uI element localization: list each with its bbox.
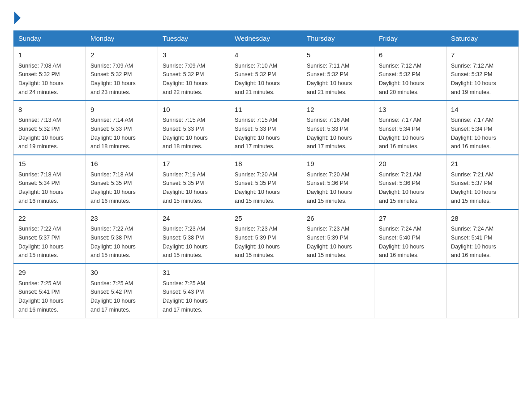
day-info: Sunrise: 7:23 AMSunset: 5:38 PMDaylight:… bbox=[163, 226, 208, 258]
calendar-table: SundayMondayTuesdayWednesdayThursdayFrid… bbox=[13, 30, 519, 318]
logo bbox=[13, 9, 21, 22]
day-info: Sunrise: 7:17 AMSunset: 5:34 PMDaylight:… bbox=[451, 117, 496, 150]
day-number: 30 bbox=[90, 268, 153, 278]
day-number: 6 bbox=[379, 50, 442, 60]
day-info: Sunrise: 7:09 AMSunset: 5:32 PMDaylight:… bbox=[90, 63, 136, 95]
day-number: 20 bbox=[379, 159, 442, 169]
day-info: Sunrise: 7:24 AMSunset: 5:41 PMDaylight:… bbox=[451, 226, 496, 258]
day-number: 19 bbox=[307, 159, 369, 169]
day-number: 5 bbox=[307, 50, 369, 60]
day-info: Sunrise: 7:24 AMSunset: 5:40 PMDaylight:… bbox=[379, 226, 424, 258]
calendar-cell: 17 Sunrise: 7:19 AMSunset: 5:35 PMDaylig… bbox=[158, 155, 230, 210]
day-number: 3 bbox=[163, 50, 225, 60]
calendar-cell: 2 Sunrise: 7:09 AMSunset: 5:32 PMDayligh… bbox=[86, 46, 158, 101]
day-number: 31 bbox=[163, 268, 225, 278]
calendar-cell: 27 Sunrise: 7:24 AMSunset: 5:40 PMDaylig… bbox=[374, 210, 446, 264]
day-info: Sunrise: 7:20 AMSunset: 5:35 PMDaylight:… bbox=[235, 171, 280, 204]
day-number: 28 bbox=[451, 214, 514, 224]
calendar-cell: 18 Sunrise: 7:20 AMSunset: 5:35 PMDaylig… bbox=[230, 155, 302, 210]
calendar-cell: 4 Sunrise: 7:10 AMSunset: 5:32 PMDayligh… bbox=[230, 46, 302, 101]
weekday-header-sunday: Sunday bbox=[14, 31, 86, 47]
calendar-cell: 5 Sunrise: 7:11 AMSunset: 5:32 PMDayligh… bbox=[302, 46, 374, 101]
weekday-header-saturday: Saturday bbox=[446, 31, 519, 47]
day-info: Sunrise: 7:23 AMSunset: 5:39 PMDaylight:… bbox=[235, 226, 280, 258]
day-number: 15 bbox=[18, 159, 81, 169]
day-number: 12 bbox=[307, 105, 369, 115]
calendar-cell: 11 Sunrise: 7:15 AMSunset: 5:33 PMDaylig… bbox=[230, 101, 302, 155]
calendar-cell: 19 Sunrise: 7:20 AMSunset: 5:36 PMDaylig… bbox=[302, 155, 374, 210]
day-number: 23 bbox=[90, 214, 153, 224]
calendar-cell: 7 Sunrise: 7:12 AMSunset: 5:32 PMDayligh… bbox=[446, 46, 519, 101]
calendar-week-1: 1 Sunrise: 7:08 AMSunset: 5:32 PMDayligh… bbox=[14, 46, 519, 101]
day-info: Sunrise: 7:22 AMSunset: 5:37 PMDaylight:… bbox=[18, 226, 64, 258]
day-info: Sunrise: 7:15 AMSunset: 5:33 PMDaylight:… bbox=[163, 117, 208, 150]
day-info: Sunrise: 7:17 AMSunset: 5:34 PMDaylight:… bbox=[379, 117, 424, 150]
day-info: Sunrise: 7:21 AMSunset: 5:36 PMDaylight:… bbox=[379, 171, 424, 204]
day-info: Sunrise: 7:25 AMSunset: 5:42 PMDaylight:… bbox=[90, 280, 136, 313]
calendar-cell: 6 Sunrise: 7:12 AMSunset: 5:32 PMDayligh… bbox=[374, 46, 446, 101]
day-info: Sunrise: 7:23 AMSunset: 5:39 PMDaylight:… bbox=[307, 226, 352, 258]
calendar-cell bbox=[374, 264, 446, 318]
day-number: 17 bbox=[163, 159, 225, 169]
day-number: 27 bbox=[379, 214, 442, 224]
calendar-cell: 26 Sunrise: 7:23 AMSunset: 5:39 PMDaylig… bbox=[302, 210, 374, 264]
day-info: Sunrise: 7:13 AMSunset: 5:32 PMDaylight:… bbox=[18, 117, 64, 150]
calendar-cell: 25 Sunrise: 7:23 AMSunset: 5:39 PMDaylig… bbox=[230, 210, 302, 264]
calendar-cell: 12 Sunrise: 7:16 AMSunset: 5:33 PMDaylig… bbox=[302, 101, 374, 155]
calendar-cell: 28 Sunrise: 7:24 AMSunset: 5:41 PMDaylig… bbox=[446, 210, 519, 264]
weekday-header-thursday: Thursday bbox=[302, 31, 374, 47]
day-info: Sunrise: 7:08 AMSunset: 5:32 PMDaylight:… bbox=[18, 63, 64, 95]
weekday-header-row: SundayMondayTuesdayWednesdayThursdayFrid… bbox=[14, 31, 519, 47]
day-info: Sunrise: 7:19 AMSunset: 5:35 PMDaylight:… bbox=[163, 171, 208, 204]
calendar-cell: 8 Sunrise: 7:13 AMSunset: 5:32 PMDayligh… bbox=[14, 101, 86, 155]
day-number: 25 bbox=[235, 214, 297, 224]
day-number: 16 bbox=[90, 159, 153, 169]
weekday-header-tuesday: Tuesday bbox=[158, 31, 230, 47]
calendar-cell: 23 Sunrise: 7:22 AMSunset: 5:38 PMDaylig… bbox=[86, 210, 158, 264]
day-number: 13 bbox=[379, 105, 442, 115]
day-info: Sunrise: 7:21 AMSunset: 5:37 PMDaylight:… bbox=[451, 171, 496, 204]
calendar-cell: 15 Sunrise: 7:18 AMSunset: 5:34 PMDaylig… bbox=[14, 155, 86, 210]
day-number: 11 bbox=[235, 105, 297, 115]
weekday-header-friday: Friday bbox=[374, 31, 446, 47]
day-info: Sunrise: 7:11 AMSunset: 5:32 PMDaylight:… bbox=[307, 63, 352, 95]
calendar-week-3: 15 Sunrise: 7:18 AMSunset: 5:34 PMDaylig… bbox=[14, 155, 519, 210]
day-info: Sunrise: 7:18 AMSunset: 5:35 PMDaylight:… bbox=[90, 171, 136, 204]
calendar-week-4: 22 Sunrise: 7:22 AMSunset: 5:37 PMDaylig… bbox=[14, 210, 519, 264]
day-info: Sunrise: 7:09 AMSunset: 5:32 PMDaylight:… bbox=[163, 63, 208, 95]
day-info: Sunrise: 7:12 AMSunset: 5:32 PMDaylight:… bbox=[451, 63, 496, 95]
day-number: 26 bbox=[307, 214, 369, 224]
day-number: 7 bbox=[451, 50, 514, 60]
calendar-cell: 14 Sunrise: 7:17 AMSunset: 5:34 PMDaylig… bbox=[446, 101, 519, 155]
calendar-cell: 13 Sunrise: 7:17 AMSunset: 5:34 PMDaylig… bbox=[374, 101, 446, 155]
calendar-cell: 24 Sunrise: 7:23 AMSunset: 5:38 PMDaylig… bbox=[158, 210, 230, 264]
calendar-cell: 20 Sunrise: 7:21 AMSunset: 5:36 PMDaylig… bbox=[374, 155, 446, 210]
day-number: 2 bbox=[90, 50, 153, 60]
day-info: Sunrise: 7:18 AMSunset: 5:34 PMDaylight:… bbox=[18, 171, 64, 204]
weekday-header-wednesday: Wednesday bbox=[230, 31, 302, 47]
day-number: 4 bbox=[235, 50, 297, 60]
day-number: 14 bbox=[451, 105, 514, 115]
day-number: 18 bbox=[235, 159, 297, 169]
calendar-cell bbox=[446, 264, 519, 318]
day-number: 8 bbox=[18, 105, 81, 115]
day-info: Sunrise: 7:16 AMSunset: 5:33 PMDaylight:… bbox=[307, 117, 352, 150]
day-number: 24 bbox=[163, 214, 225, 224]
day-number: 21 bbox=[451, 159, 514, 169]
day-number: 1 bbox=[18, 50, 81, 60]
day-info: Sunrise: 7:25 AMSunset: 5:43 PMDaylight:… bbox=[163, 280, 208, 313]
calendar-cell: 30 Sunrise: 7:25 AMSunset: 5:42 PMDaylig… bbox=[86, 264, 158, 318]
calendar-cell bbox=[302, 264, 374, 318]
day-number: 9 bbox=[90, 105, 153, 115]
day-number: 10 bbox=[163, 105, 225, 115]
day-info: Sunrise: 7:25 AMSunset: 5:41 PMDaylight:… bbox=[18, 280, 64, 313]
calendar-cell: 22 Sunrise: 7:22 AMSunset: 5:37 PMDaylig… bbox=[14, 210, 86, 264]
day-number: 22 bbox=[18, 214, 81, 224]
day-info: Sunrise: 7:14 AMSunset: 5:33 PMDaylight:… bbox=[90, 117, 136, 150]
calendar-cell: 3 Sunrise: 7:09 AMSunset: 5:32 PMDayligh… bbox=[158, 46, 230, 101]
day-info: Sunrise: 7:12 AMSunset: 5:32 PMDaylight:… bbox=[379, 63, 424, 95]
calendar-cell: 29 Sunrise: 7:25 AMSunset: 5:41 PMDaylig… bbox=[14, 264, 86, 318]
day-info: Sunrise: 7:15 AMSunset: 5:33 PMDaylight:… bbox=[235, 117, 280, 150]
day-info: Sunrise: 7:22 AMSunset: 5:38 PMDaylight:… bbox=[90, 226, 136, 258]
calendar-cell: 1 Sunrise: 7:08 AMSunset: 5:32 PMDayligh… bbox=[14, 46, 86, 101]
